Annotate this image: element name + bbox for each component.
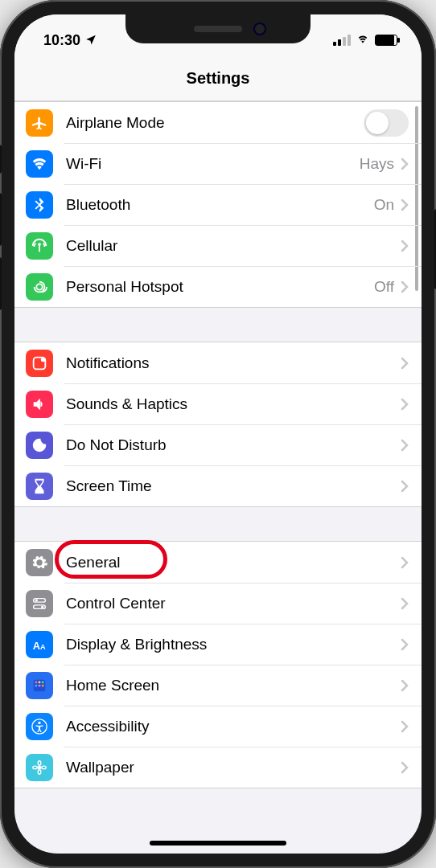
svg-rect-11 <box>42 681 44 683</box>
notifications-icon <box>26 350 53 377</box>
row-label: Cellular <box>66 237 401 255</box>
settings-group-general: General Control Center AA Display & Brig… <box>14 541 422 788</box>
row-label: Personal Hotspot <box>66 278 374 296</box>
location-icon <box>85 32 97 49</box>
airplane-icon <box>26 109 53 137</box>
svg-point-21 <box>42 766 47 769</box>
svg-point-19 <box>38 769 41 774</box>
row-label: Screen Time <box>66 477 401 495</box>
svg-point-5 <box>41 605 43 608</box>
notch <box>125 14 311 43</box>
svg-point-17 <box>38 765 42 769</box>
svg-point-1 <box>41 357 46 362</box>
svg-rect-14 <box>42 684 44 686</box>
chevron-right-icon <box>401 720 409 733</box>
chevron-right-icon <box>401 480 409 493</box>
screen: 10:30 Settings <box>14 14 422 854</box>
sounds-icon <box>26 391 53 418</box>
settings-group-alerts: Notifications Sounds & Haptics Do Not Di… <box>14 342 422 507</box>
text-size-icon: AA <box>26 631 53 658</box>
grid-icon <box>26 672 53 699</box>
svg-rect-9 <box>35 681 38 683</box>
settings-list[interactable]: Airplane Mode Wi-Fi Hays Bluetooth <box>14 101 422 854</box>
moon-icon <box>26 432 53 459</box>
chevron-right-icon <box>401 398 409 411</box>
row-general[interactable]: General <box>14 542 422 583</box>
svg-text:A: A <box>40 642 46 650</box>
bluetooth-icon <box>26 191 53 219</box>
airplane-toggle[interactable] <box>364 109 409 137</box>
group-spacer <box>14 308 422 342</box>
row-wallpaper[interactable]: Wallpaper <box>14 747 422 788</box>
status-time: 10:30 <box>43 32 80 49</box>
row-label: Airplane Mode <box>66 114 364 132</box>
chevron-right-icon <box>401 357 409 370</box>
wifi-status-icon <box>356 32 370 49</box>
svg-point-20 <box>33 766 38 769</box>
chevron-right-icon <box>401 439 409 452</box>
row-home-screen[interactable]: Home Screen <box>14 665 422 706</box>
row-cellular[interactable]: Cellular <box>14 225 422 266</box>
row-do-not-disturb[interactable]: Do Not Disturb <box>14 424 422 465</box>
hotspot-icon <box>26 273 53 301</box>
row-notifications[interactable]: Notifications <box>14 342 422 383</box>
row-value: Off <box>374 278 394 296</box>
settings-group-connectivity: Airplane Mode Wi-Fi Hays Bluetooth <box>14 101 422 308</box>
row-sounds-haptics[interactable]: Sounds & Haptics <box>14 383 422 424</box>
row-label: Notifications <box>66 354 401 372</box>
row-airplane-mode[interactable]: Airplane Mode <box>14 102 422 143</box>
gear-icon <box>26 549 53 576</box>
row-label: Do Not Disturb <box>66 436 401 454</box>
chevron-right-icon <box>401 597 409 610</box>
battery-icon <box>375 35 397 46</box>
row-label: Home Screen <box>66 677 401 694</box>
flower-icon <box>26 754 53 781</box>
row-value: On <box>374 196 394 214</box>
home-indicator[interactable] <box>150 841 286 845</box>
chevron-right-icon <box>401 199 409 211</box>
svg-point-18 <box>38 760 41 765</box>
chevron-right-icon <box>401 280 409 293</box>
svg-rect-12 <box>35 684 38 686</box>
page-title: Settings <box>14 58 422 101</box>
chevron-right-icon <box>401 638 409 651</box>
chevron-right-icon <box>401 240 409 252</box>
chevron-right-icon <box>401 761 409 774</box>
row-label: General <box>66 554 401 571</box>
row-label: Sounds & Haptics <box>66 395 401 413</box>
row-accessibility[interactable]: Accessibility <box>14 706 422 747</box>
row-label: Wi-Fi <box>66 155 360 173</box>
row-personal-hotspot[interactable]: Personal Hotspot Off <box>14 266 422 307</box>
row-label: Accessibility <box>66 718 401 735</box>
row-label: Wallpaper <box>66 759 401 776</box>
row-bluetooth[interactable]: Bluetooth On <box>14 184 422 225</box>
svg-rect-10 <box>39 681 41 683</box>
row-display-brightness[interactable]: AA Display & Brightness <box>14 624 422 665</box>
cellular-signal-icon <box>333 35 351 46</box>
row-value: Hays <box>360 155 394 173</box>
device-frame: 10:30 Settings <box>0 0 436 868</box>
chevron-right-icon <box>401 158 409 170</box>
row-control-center[interactable]: Control Center <box>14 583 422 624</box>
accessibility-icon <box>26 713 53 740</box>
row-label: Bluetooth <box>66 196 374 214</box>
chevron-right-icon <box>401 679 409 692</box>
hourglass-icon <box>26 473 53 500</box>
row-screen-time[interactable]: Screen Time <box>14 465 422 506</box>
row-label: Control Center <box>66 595 401 612</box>
svg-point-16 <box>38 721 40 723</box>
svg-point-3 <box>35 599 38 601</box>
switches-icon <box>26 590 53 617</box>
svg-text:A: A <box>33 639 40 651</box>
wifi-icon <box>26 150 53 178</box>
group-spacer <box>14 507 422 541</box>
row-wifi[interactable]: Wi-Fi Hays <box>14 143 422 184</box>
antenna-icon <box>26 232 53 260</box>
page-title-text: Settings <box>187 69 250 87</box>
chevron-right-icon <box>401 556 409 569</box>
row-label: Display & Brightness <box>66 636 401 653</box>
svg-rect-13 <box>39 684 41 686</box>
